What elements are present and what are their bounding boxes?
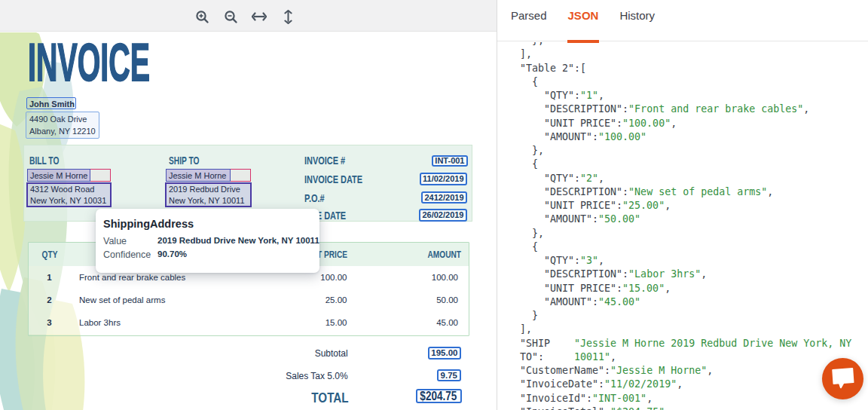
field-box-meta-value[interactable]: INT-001 xyxy=(432,155,468,167)
meta-label: P.O.# xyxy=(304,191,325,204)
json-key-token: , xyxy=(707,365,713,376)
from-name: John Smith xyxy=(29,99,75,109)
json-key-token: ], xyxy=(520,48,532,60)
json-key-token: "DESCRIPTION": xyxy=(520,103,628,115)
toolbar-icons xyxy=(194,9,295,24)
chat-widget-button[interactable] xyxy=(822,358,863,399)
json-string-token: "New set of pedal arms" xyxy=(628,186,767,197)
field-tooltip: ShippingAddress Value 2019 Redbud Drive … xyxy=(96,209,319,273)
json-key-token: "UNIT PRICE": xyxy=(520,283,622,294)
document-viewer-panel: INVOICE John Smith 4490 Oak DriveAlbany,… xyxy=(0,0,497,410)
json-key-token: }, xyxy=(520,228,544,239)
ship-to-label: SHIP TO xyxy=(169,155,200,167)
json-string-token: "11/02/2019" xyxy=(604,378,677,390)
line-item-cell: 2 xyxy=(29,295,71,304)
shipto-name: Jessie M Horne xyxy=(169,171,226,180)
line-item-row: 2New set of pedal arms25.0050.00 xyxy=(29,289,469,311)
field-box-salestax[interactable]: 9.75 xyxy=(437,369,461,381)
json-key-token: ], xyxy=(520,323,532,335)
tooltip-confidence: 90.70% xyxy=(157,249,319,260)
total-value: $204.75 xyxy=(420,389,457,403)
json-key-token: "DESCRIPTION": xyxy=(520,186,628,197)
json-string-token: "$204.75" xyxy=(610,406,665,410)
json-key-token: { xyxy=(520,158,538,170)
json-key-token: , xyxy=(767,186,773,197)
json-string-token: "100.00" xyxy=(622,118,671,129)
zoom-in-button[interactable] xyxy=(194,9,209,24)
tooltip-value: 2019 Redbud Drive New York, NY 10011 xyxy=(157,236,319,246)
json-key-token: , xyxy=(671,118,677,129)
line-item-cell: 100.00 xyxy=(257,273,347,282)
json-key-token: TO": xyxy=(520,351,574,363)
zoom-in-icon xyxy=(195,10,209,24)
results-tabbar: ParsedJSONHistory xyxy=(497,0,868,41)
json-key-token: "QTY": xyxy=(520,255,580,266)
field-box-meta-value[interactable]: 11/02/2019 xyxy=(420,173,467,185)
line-item-cell: 25.00 xyxy=(257,295,347,304)
field-box-subtotal[interactable]: 195.00 xyxy=(428,347,461,360)
zoom-out-button[interactable] xyxy=(223,9,238,24)
json-key-token: , xyxy=(646,393,653,404)
json-key-token: , xyxy=(803,103,809,115)
json-string-token: "Jessie M Horne 2019 Redbud Drive New Yo… xyxy=(574,338,851,349)
from-address: 4490 Oak DriveAlbany, NY 12210 xyxy=(29,114,96,137)
tab-history[interactable]: History xyxy=(609,0,665,41)
json-string-token: "Labor 3hrs" xyxy=(628,268,701,280)
json-string-token: 10011" xyxy=(574,351,610,363)
json-key-token: "SHIP xyxy=(520,338,574,349)
fit-height-icon xyxy=(284,10,292,24)
json-key-token: { xyxy=(520,241,538,252)
json-key-token: , xyxy=(598,255,604,266)
line-item-cell: 45.00 xyxy=(347,318,469,327)
fit-width-button[interactable] xyxy=(252,9,267,24)
tab-json[interactable]: JSON xyxy=(558,0,610,41)
json-string-token: "45.00" xyxy=(598,296,640,308)
json-key-token: "CustomerName": xyxy=(520,365,610,376)
json-key-token: , xyxy=(665,283,671,294)
tooltip-value-label: Value xyxy=(103,236,157,246)
json-key-token: "UNIT PRICE": xyxy=(520,118,622,129)
zoom-out-icon xyxy=(224,10,238,24)
line-item-cell: Labor 3hrs xyxy=(71,318,257,327)
fit-height-button[interactable] xyxy=(280,9,295,24)
line-item-cell: 1 xyxy=(29,273,71,282)
salestax-label: Sales Tax 5.0% xyxy=(286,371,348,381)
json-string-token: "1" xyxy=(580,90,598,101)
json-key-token: "DESCRIPTION": xyxy=(520,268,628,280)
json-key-token: , xyxy=(598,90,604,101)
qty-header: QTY xyxy=(34,249,66,260)
fit-width-icon xyxy=(252,12,267,21)
tab-parsed[interactable]: Parsed xyxy=(500,0,558,41)
line-item-cell: 100.00 xyxy=(347,273,469,282)
tooltip-title: ShippingAddress xyxy=(103,218,312,230)
json-string-token: "Jessie M Horne" xyxy=(610,365,707,376)
field-box-total[interactable]: $204.75 xyxy=(416,389,462,404)
line-item-cell: 15.00 xyxy=(257,318,347,327)
json-view[interactable]: }, ], "Table 2":[ { "QTY":"1", "DESCRIPT… xyxy=(497,42,868,410)
field-box-meta-value[interactable]: 2412/2019 xyxy=(421,191,467,203)
json-key-token: "AMOUNT": xyxy=(520,296,598,308)
json-key-token: , xyxy=(701,268,707,280)
json-string-token: "100.00" xyxy=(598,131,646,142)
chat-bubble-icon xyxy=(830,366,856,392)
invoice-document: INVOICE John Smith 4490 Oak DriveAlbany,… xyxy=(0,32,497,410)
billto-name: Jessie M Horne xyxy=(30,171,87,180)
json-key-token: "AMOUNT": xyxy=(520,213,598,225)
json-key-token: { xyxy=(520,76,538,87)
field-box-meta-value[interactable]: 26/02/2019 xyxy=(419,209,467,222)
json-key-token: }, xyxy=(520,42,544,46)
viewer-toolbar xyxy=(0,0,497,32)
json-string-token: "3" xyxy=(580,255,598,266)
bill-to-label: BILL TO xyxy=(29,155,59,167)
json-key-token: "UNIT PRICE": xyxy=(520,200,622,211)
amount-header: AMOUNT xyxy=(377,249,469,260)
line-item-row: 3Labor 3hrs15.0045.00 xyxy=(29,311,469,334)
json-key-token: "InvoiceTotal": xyxy=(520,406,610,410)
line-item-cell: 3 xyxy=(29,318,71,327)
json-string-token: "25.00" xyxy=(622,200,665,211)
json-string-token: "INT-001" xyxy=(592,393,646,404)
meta-label: INVOICE DATE xyxy=(304,173,362,185)
tooltip-confidence-label: Confidence xyxy=(103,249,157,260)
meta-label: INVOICE # xyxy=(304,154,345,167)
json-string-token: "Front and rear brake cables" xyxy=(628,103,803,115)
